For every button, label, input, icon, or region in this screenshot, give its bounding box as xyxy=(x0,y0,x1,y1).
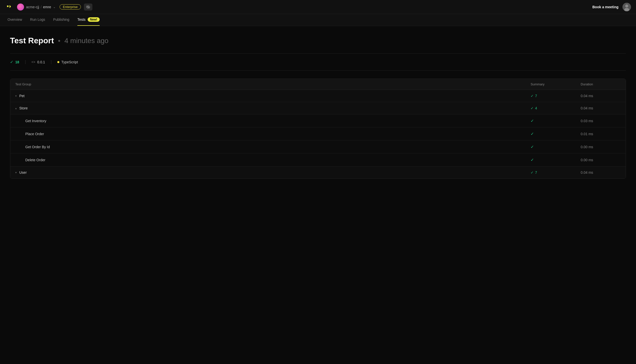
check-icon: ✓ xyxy=(10,60,13,64)
group-label-store: Store xyxy=(19,106,28,110)
group-label-pet: Pet xyxy=(19,94,25,98)
duration-cell-pet: 0.04 ms xyxy=(576,90,626,102)
report-time: 4 minutes ago xyxy=(64,37,108,45)
main-content: Test Report • 4 minutes ago ✓ 18 <> 0.0.… xyxy=(0,26,636,189)
group-name-cell: ▴ Store xyxy=(10,102,526,114)
sub-duration-cell: 0.01 ms xyxy=(576,128,626,140)
breadcrumb: acme-cjj / emre ⌄ xyxy=(26,5,56,9)
sub-duration-cell: 0.00 ms xyxy=(576,141,626,153)
col-summary: Summary xyxy=(526,79,576,90)
sub-duration-cell: 0.03 ms xyxy=(576,115,626,127)
code-icon: <> xyxy=(32,60,35,64)
chevron-down-icon: ⌄ xyxy=(53,5,56,9)
sub-summary-cell: ✓ xyxy=(526,114,576,127)
tab-publishing[interactable]: Publishing xyxy=(53,14,69,26)
report-title: Test Report xyxy=(10,36,54,45)
sub-duration-cell: 0.00 ms xyxy=(576,154,626,166)
table-row: ▾ User ✓ 7 0.04 ms xyxy=(10,166,626,178)
table-row: ▾ Pet ✓ 7 0.04 ms xyxy=(10,90,626,102)
check-icon: ✓ xyxy=(531,106,534,110)
summary-cell-store: ✓ 4 xyxy=(526,102,576,114)
collapse-toggle-pet[interactable]: ▾ xyxy=(15,94,17,98)
col-duration: Duration xyxy=(576,79,626,90)
sub-name-cell: Place Order xyxy=(10,128,526,140)
summary-count-user: 7 xyxy=(535,170,537,174)
org-avatar xyxy=(17,4,24,11)
org-name[interactable]: acme-cjj xyxy=(26,5,39,9)
table-header: Test Group Summary Duration xyxy=(10,79,626,90)
tab-overview[interactable]: Overview xyxy=(8,14,22,26)
group-name-cell: ▾ Pet xyxy=(10,90,526,102)
collapse-toggle-store[interactable]: ▴ xyxy=(15,107,17,110)
stat-language: TypeScript xyxy=(51,60,84,64)
report-header: Test Report • 4 minutes ago xyxy=(10,36,626,45)
header-divider xyxy=(10,53,626,54)
top-nav: acme-cjj / emre ⌄ Enterprise Book a meet… xyxy=(0,0,636,14)
table-row: ▴ Store ✓ 4 0.04 ms xyxy=(10,102,626,114)
table-row: Delete Order ✓ 0.00 ms xyxy=(10,153,626,166)
check-icon: ✓ xyxy=(531,132,534,136)
tab-run-logs[interactable]: Run Logs xyxy=(30,14,45,26)
sub-name-cell: Get Order By Id xyxy=(10,141,526,153)
collapse-toggle-user[interactable]: ▾ xyxy=(15,171,17,174)
user-avatar[interactable] xyxy=(622,3,631,11)
duration-cell-user: 0.04 ms xyxy=(576,166,626,178)
stat-version: <> 0.0.1 xyxy=(25,60,51,64)
language-dot-icon xyxy=(57,61,59,63)
report-separator: • xyxy=(58,37,60,45)
stat-pass: ✓ 18 xyxy=(10,60,25,64)
check-icon: ✓ xyxy=(531,94,534,98)
visibility-toggle[interactable] xyxy=(84,4,92,11)
table-row: Place Order ✓ 0.01 ms xyxy=(10,127,626,140)
summary-count-pet: 7 xyxy=(535,94,537,98)
sub-name-cell: Delete Order xyxy=(10,154,526,166)
book-meeting-link[interactable]: Book a meeting xyxy=(592,5,618,9)
check-icon: ✓ xyxy=(531,145,534,149)
group-label-user: User xyxy=(19,170,27,174)
stats-divider xyxy=(10,70,626,71)
sub-summary-cell: ✓ xyxy=(526,140,576,153)
group-name-cell: ▾ User xyxy=(10,166,526,178)
new-badge: New! xyxy=(88,17,100,22)
summary-cell-user: ✓ 7 xyxy=(526,166,576,178)
col-test-group: Test Group xyxy=(10,79,526,90)
tab-bar: Overview Run Logs Publishing Tests New! xyxy=(0,14,636,26)
logo[interactable] xyxy=(5,3,13,11)
sub-summary-cell: ✓ xyxy=(526,127,576,140)
summary-count-store: 4 xyxy=(535,106,537,110)
tab-tests[interactable]: Tests New! xyxy=(77,14,100,26)
check-icon: ✓ xyxy=(531,158,534,162)
table-row: Get Inventory ✓ 0.03 ms xyxy=(10,114,626,127)
table-row: Get Order By Id ✓ 0.00 ms xyxy=(10,140,626,153)
sub-name-cell: Get Inventory xyxy=(10,115,526,127)
breadcrumb-separator: / xyxy=(41,5,42,9)
stats-row: ✓ 18 <> 0.0.1 TypeScript xyxy=(10,60,626,64)
pass-count: 18 xyxy=(15,60,19,64)
version-value: 0.0.1 xyxy=(37,60,45,64)
language-value: TypeScript xyxy=(61,60,78,64)
summary-cell-pet: ✓ 7 xyxy=(526,90,576,102)
duration-cell-store: 0.04 ms xyxy=(576,102,626,114)
plan-badge: Enterprise xyxy=(60,4,81,10)
user-name[interactable]: emre xyxy=(43,5,51,9)
svg-point-3 xyxy=(625,5,628,8)
test-table: Test Group Summary Duration ▾ Pet ✓ 7 0.… xyxy=(10,79,626,179)
check-icon: ✓ xyxy=(531,170,534,174)
sub-summary-cell: ✓ xyxy=(526,153,576,166)
check-icon: ✓ xyxy=(531,119,534,123)
